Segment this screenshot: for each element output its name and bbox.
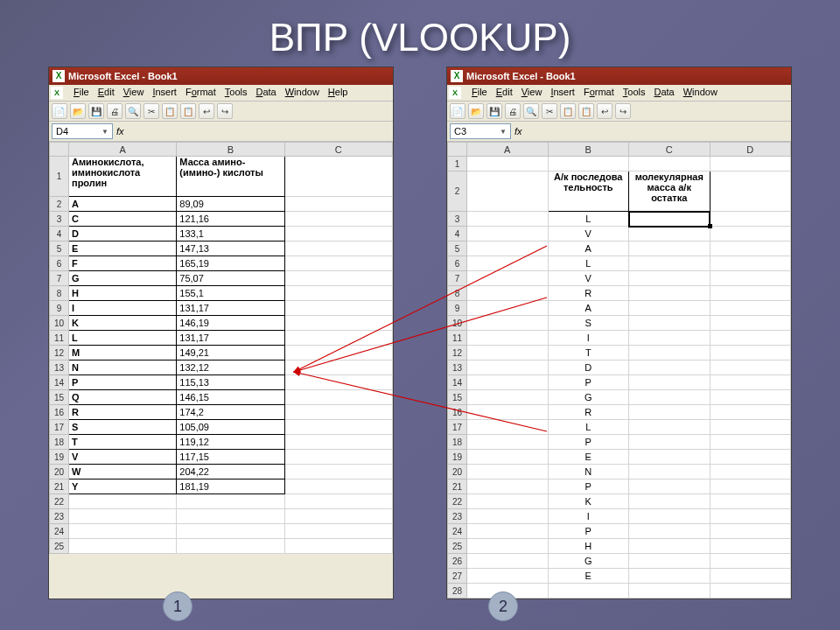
cell[interactable] (710, 450, 791, 465)
toolbar-button[interactable]: 📂 (70, 103, 86, 119)
row-header[interactable]: 16 (448, 405, 467, 420)
cell[interactable] (629, 569, 710, 584)
cell[interactable] (284, 360, 392, 375)
cell[interactable] (467, 420, 549, 435)
cell[interactable] (710, 509, 791, 524)
cell[interactable] (629, 316, 710, 331)
cell[interactable] (467, 539, 549, 554)
cell[interactable]: 132,12 (177, 360, 284, 375)
toolbar-button[interactable]: 💾 (486, 103, 502, 119)
toolbar-button[interactable]: 📄 (52, 103, 67, 119)
cell[interactable] (467, 569, 549, 584)
row-header[interactable]: 25 (448, 539, 467, 554)
cell[interactable] (467, 390, 549, 405)
row-header[interactable]: 15 (50, 390, 69, 405)
cell[interactable]: 149,21 (177, 346, 284, 360)
cell[interactable] (467, 331, 549, 346)
row-header[interactable]: 7 (50, 271, 69, 286)
cell[interactable]: 133,1 (177, 227, 284, 242)
cell[interactable]: E (548, 569, 629, 584)
cell[interactable] (710, 242, 791, 256)
row-header[interactable]: 20 (50, 465, 69, 480)
row-header[interactable]: 1 (448, 157, 467, 172)
cell[interactable] (710, 157, 791, 172)
row-header[interactable]: 17 (448, 420, 467, 435)
cell[interactable] (710, 390, 791, 405)
cell[interactable] (284, 450, 392, 465)
cell[interactable]: P (69, 375, 177, 390)
cell[interactable]: L (548, 256, 629, 271)
cell[interactable] (284, 316, 392, 331)
cell[interactable]: 165,19 (177, 256, 284, 271)
cell[interactable]: R (69, 405, 177, 420)
col-header[interactable]: A (467, 143, 549, 157)
cell[interactable] (629, 539, 710, 554)
cell[interactable] (284, 509, 392, 524)
cell[interactable] (467, 271, 549, 286)
row-header[interactable]: 21 (50, 480, 69, 494)
row-header[interactable]: 12 (448, 346, 467, 360)
menubar[interactable]: X FFileile Edit View Insert Format Tools… (49, 85, 393, 102)
row-header[interactable]: 2 (50, 197, 69, 212)
cell[interactable] (284, 480, 392, 494)
cell[interactable] (710, 212, 791, 227)
cell[interactable] (710, 301, 791, 316)
cell[interactable] (629, 465, 710, 480)
cell[interactable] (284, 271, 392, 286)
cell[interactable] (284, 256, 392, 271)
cell[interactable] (710, 316, 791, 331)
cell[interactable] (177, 494, 284, 509)
cell[interactable] (710, 271, 791, 286)
cell[interactable] (284, 420, 392, 435)
cell[interactable] (629, 242, 710, 256)
cell[interactable] (710, 480, 791, 494)
cell[interactable] (629, 346, 710, 360)
row-header[interactable]: 16 (50, 405, 69, 420)
cell[interactable] (629, 405, 710, 420)
cell[interactable] (467, 360, 549, 375)
cell[interactable]: N (69, 360, 177, 375)
cell[interactable] (284, 405, 392, 420)
row-header[interactable]: 9 (50, 301, 69, 316)
cell[interactable] (467, 509, 549, 524)
header-cell[interactable]: А/к последова тельность (548, 172, 629, 212)
cell[interactable]: F (69, 256, 177, 271)
cell[interactable]: 181,19 (177, 480, 284, 494)
cell[interactable] (710, 569, 791, 584)
cell[interactable] (69, 524, 177, 539)
cell[interactable] (629, 360, 710, 375)
cell[interactable] (467, 524, 549, 539)
cell[interactable] (710, 554, 791, 569)
cell[interactable] (629, 331, 710, 346)
cell[interactable]: A (548, 301, 629, 316)
cell[interactable] (629, 227, 710, 242)
menu-edit[interactable]: Edit (98, 87, 115, 99)
cell[interactable] (467, 227, 549, 242)
cell[interactable] (467, 346, 549, 360)
cell[interactable]: D (69, 227, 177, 242)
menu-insert[interactable]: Insert (550, 87, 575, 99)
toolbar-button[interactable]: 📋 (180, 103, 196, 119)
row-header[interactable]: 13 (50, 360, 69, 375)
cell[interactable]: 121,16 (177, 212, 284, 227)
cell[interactable] (284, 286, 392, 301)
row-header[interactable]: 18 (448, 435, 467, 450)
menu-edit[interactable]: Edit (496, 87, 513, 99)
cell[interactable] (69, 494, 177, 509)
cell[interactable] (284, 227, 392, 242)
col-header[interactable]: C (629, 143, 710, 157)
cell[interactable]: 174,2 (177, 405, 284, 420)
cell[interactable]: H (69, 286, 177, 301)
cell[interactable]: K (548, 494, 629, 509)
cell[interactable]: P (548, 524, 629, 539)
row-header[interactable]: 26 (448, 554, 467, 569)
cell[interactable] (629, 286, 710, 301)
cell[interactable] (284, 301, 392, 316)
menu-insert[interactable]: Insert (152, 87, 177, 99)
row-header[interactable]: 25 (50, 539, 69, 554)
cell[interactable]: A (548, 242, 629, 256)
cell[interactable] (69, 509, 177, 524)
cell[interactable] (710, 256, 791, 271)
row-header[interactable]: 4 (448, 227, 467, 242)
cell[interactable]: K (69, 316, 177, 331)
